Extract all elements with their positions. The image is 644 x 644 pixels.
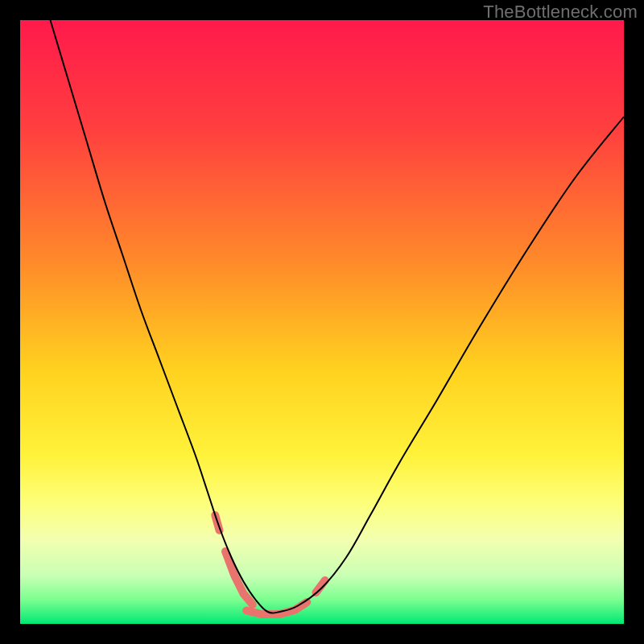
chart-svg — [20, 20, 624, 624]
chart-frame: TheBottleneck.com — [0, 0, 644, 644]
plot-area — [20, 20, 624, 624]
watermark-text: TheBottleneck.com — [483, 2, 638, 23]
gradient-background — [20, 20, 624, 624]
